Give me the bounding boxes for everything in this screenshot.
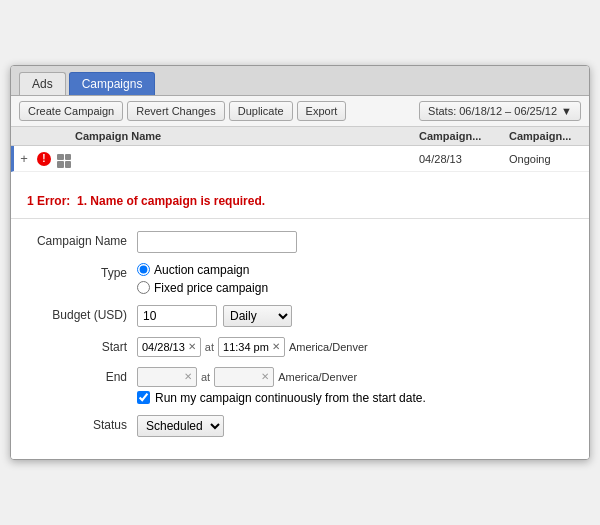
- type-row: Type Auction campaign Fixed price campai…: [27, 263, 573, 295]
- create-campaign-button[interactable]: Create Campaign: [19, 101, 123, 121]
- th-icon2: [51, 130, 71, 142]
- fixed-price-radio[interactable]: [137, 281, 150, 294]
- error-message: 1 Error: 1. Name of campaign is required…: [27, 194, 265, 208]
- auction-campaign-option: Auction campaign: [137, 263, 573, 277]
- start-control: 04/28/13 ✕ at 11:34 pm ✕ America/Denver: [137, 337, 573, 357]
- start-date-tag[interactable]: 04/28/13 ✕: [137, 337, 201, 357]
- end-control: ✕ at ✕ America/Denver Run my campaign co…: [137, 367, 573, 405]
- tab-bar: Ads Campaigns: [11, 66, 589, 96]
- start-timezone: America/Denver: [289, 341, 368, 353]
- start-time-clear[interactable]: ✕: [272, 341, 280, 352]
- end-label: End: [27, 367, 137, 384]
- tab-campaigns[interactable]: Campaigns: [69, 72, 156, 95]
- end-time-clear[interactable]: ✕: [261, 371, 269, 382]
- revert-changes-button[interactable]: Revert Changes: [127, 101, 225, 121]
- start-time-tag[interactable]: 11:34 pm ✕: [218, 337, 285, 357]
- status-control: Scheduled Active Paused Ended: [137, 415, 573, 437]
- table-row[interactable]: + ! 04/28/13 Ongoing: [11, 146, 589, 172]
- spacer: [11, 172, 589, 184]
- end-date-row: ✕ at ✕ America/Denver: [137, 367, 573, 387]
- end-time-tag[interactable]: ✕: [214, 367, 274, 387]
- th-icon1: [31, 130, 51, 142]
- auction-radio[interactable]: [137, 263, 150, 276]
- start-row: Start 04/28/13 ✕ at 11:34 pm ✕ America/D…: [27, 337, 573, 357]
- start-date-value: 04/28/13: [142, 341, 185, 353]
- duplicate-button[interactable]: Duplicate: [229, 101, 293, 121]
- start-time-value: 11:34 pm: [223, 341, 269, 353]
- th-campaign-col2: Campaign...: [509, 130, 589, 142]
- error-section: 1 Error: 1. Name of campaign is required…: [11, 184, 589, 219]
- th-campaign-name: Campaign Name: [71, 130, 419, 142]
- status-select[interactable]: Scheduled Active Paused Ended: [137, 415, 224, 437]
- stats-button[interactable]: Stats: 06/18/12 – 06/25/12 ▼: [419, 101, 581, 121]
- start-date-clear[interactable]: ✕: [188, 341, 196, 352]
- campaign-name-row: Campaign Name: [27, 231, 573, 253]
- error-detail: 1. Name of campaign is required.: [77, 194, 265, 208]
- add-row-button[interactable]: +: [14, 151, 34, 166]
- end-row: End ✕ at ✕ America/Denver Run my campaig…: [27, 367, 573, 405]
- auction-label: Auction campaign: [154, 263, 249, 277]
- end-at-label: at: [201, 371, 210, 383]
- th-checkbox: [11, 130, 31, 142]
- continuous-row: Run my campaign continuously from the st…: [137, 391, 573, 405]
- chevron-down-icon: ▼: [561, 105, 572, 117]
- main-window: Ads Campaigns Create Campaign Revert Cha…: [10, 65, 590, 460]
- error-count: 1 Error:: [27, 194, 70, 208]
- stats-label: Stats: 06/18/12 – 06/25/12: [428, 105, 557, 117]
- grid-icon: [54, 149, 74, 168]
- warning-icon: !: [34, 151, 54, 166]
- budget-control: Daily Weekly Monthly Total: [137, 305, 573, 327]
- campaign-name-control: [137, 231, 573, 253]
- start-at-label: at: [205, 341, 214, 353]
- fixed-price-label: Fixed price campaign: [154, 281, 268, 295]
- fixed-price-option: Fixed price campaign: [137, 281, 573, 295]
- form-section: Campaign Name Type Auction campaign Fixe…: [11, 219, 589, 459]
- budget-input[interactable]: [137, 305, 217, 327]
- budget-period-select[interactable]: Daily Weekly Monthly Total: [223, 305, 292, 327]
- campaign-status-cell: Ongoing: [509, 153, 589, 165]
- campaign-date-cell: 04/28/13: [419, 153, 509, 165]
- status-label: Status: [27, 415, 137, 432]
- campaign-name-input[interactable]: [137, 231, 297, 253]
- end-date-clear[interactable]: ✕: [184, 371, 192, 382]
- start-label: Start: [27, 337, 137, 354]
- tab-ads[interactable]: Ads: [19, 72, 66, 95]
- budget-label: Budget (USD): [27, 305, 137, 322]
- continuous-label: Run my campaign continuously from the st…: [155, 391, 426, 405]
- continuous-checkbox[interactable]: [137, 391, 150, 404]
- budget-row: Budget (USD) Daily Weekly Monthly Total: [27, 305, 573, 327]
- type-control: Auction campaign Fixed price campaign: [137, 263, 573, 295]
- end-timezone: America/Denver: [278, 371, 357, 383]
- toolbar: Create Campaign Revert Changes Duplicate…: [11, 96, 589, 127]
- th-campaign-col1: Campaign...: [419, 130, 509, 142]
- end-date-tag[interactable]: ✕: [137, 367, 197, 387]
- status-row: Status Scheduled Active Paused Ended: [27, 415, 573, 437]
- type-label: Type: [27, 263, 137, 280]
- campaign-name-label: Campaign Name: [27, 231, 137, 248]
- export-button[interactable]: Export: [297, 101, 347, 121]
- table-header: Campaign Name Campaign... Campaign...: [11, 127, 589, 146]
